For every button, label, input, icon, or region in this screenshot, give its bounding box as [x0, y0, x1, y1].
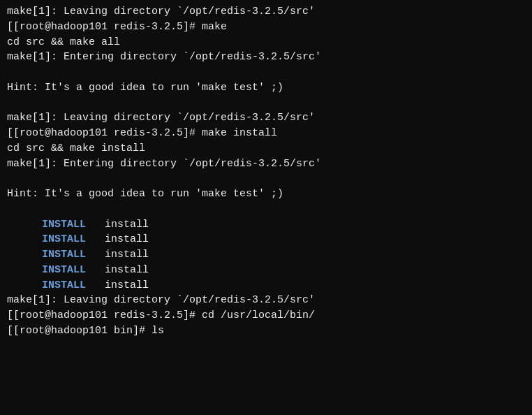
install-keyword: INSTALL	[42, 278, 105, 293]
install-keyword: INSTALL	[42, 263, 105, 278]
terminal-hint-line: Hint: It's a good idea to run 'make test…	[7, 80, 525, 96]
terminal-hint-line: Hint: It's a good idea to run 'make test…	[7, 187, 525, 202]
install-keyword: INSTALL	[42, 232, 105, 247]
install-keyword: INSTALL	[42, 247, 105, 263]
terminal-empty-line	[7, 171, 525, 187]
terminal-window: make[1]: Leaving directory `/opt/redis-3…	[0, 0, 532, 415]
terminal-line: [[root@hadoop101 redis-3.2.5]# make inst…	[7, 126, 525, 141]
terminal-empty-line	[7, 96, 525, 111]
terminal-empty-line	[7, 65, 525, 80]
install-value: install	[105, 247, 149, 263]
install-line-4: INSTALL install	[7, 263, 525, 278]
terminal-line: make[1]: Leaving directory `/opt/redis-3…	[7, 110, 525, 126]
install-value: install	[105, 263, 149, 278]
install-value: install	[105, 217, 149, 233]
install-line-2: INSTALL install	[7, 232, 525, 247]
install-line-3: INSTALL install	[7, 247, 525, 263]
install-keyword: INSTALL	[42, 217, 105, 233]
terminal-line: cd src && make all	[7, 35, 525, 50]
install-line-5: INSTALL install	[7, 278, 525, 293]
terminal-line: make[1]: Leaving directory `/opt/redis-3…	[7, 4, 525, 20]
terminal-line: [[root@hadoop101 redis-3.2.5]# cd /usr/l…	[7, 308, 525, 323]
terminal-line: make[1]: Entering directory `/opt/redis-…	[7, 156, 525, 172]
terminal-empty-line	[7, 202, 525, 217]
install-line-1: INSTALL install	[7, 217, 525, 233]
terminal-line: [[root@hadoop101 bin]# ls	[7, 323, 525, 339]
terminal-line: make[1]: Leaving directory `/opt/redis-3…	[7, 293, 525, 308]
terminal-line: make[1]: Entering directory `/opt/redis-…	[7, 50, 525, 65]
install-value: install	[105, 232, 149, 247]
terminal-line: [[root@hadoop101 redis-3.2.5]# make	[7, 20, 525, 35]
install-value: install	[105, 278, 149, 293]
terminal-line: cd src && make install	[7, 141, 525, 156]
